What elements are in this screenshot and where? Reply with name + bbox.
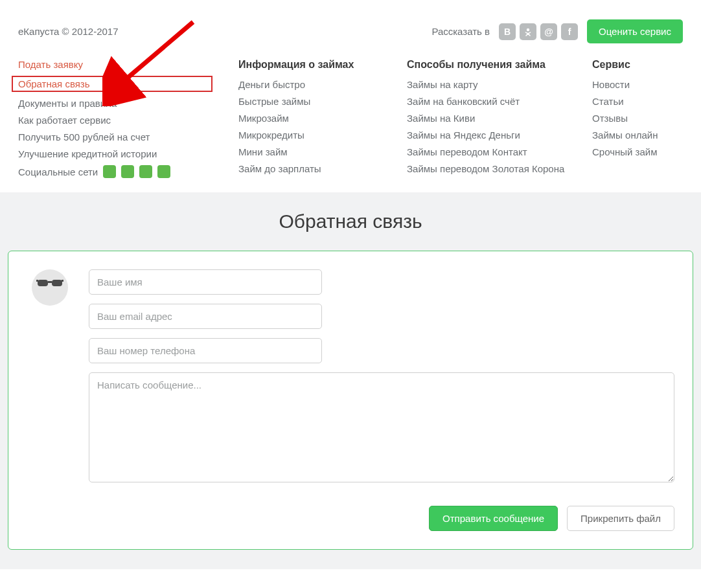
nav-feedback[interactable]: Обратная связь [12,76,213,92]
nav-get-500[interactable]: Получить 500 рублей на счет [18,131,213,142]
nav-col2-item[interactable]: Мини займ [238,146,381,157]
nav-col2-item[interactable]: Микрокредиты [238,130,381,141]
nav-col3-item[interactable]: Займы переводом Золотая Корона [407,163,566,174]
nav-col4-item[interactable]: Статьи [592,96,683,107]
copyright: еКапуста © 2012-2017 [18,26,119,37]
svg-rect-6 [62,280,63,282]
nav-col4-item[interactable]: Отзывы [592,113,683,124]
nav-col3-item[interactable]: Займы переводом Контакт [407,146,566,157]
share-icons: B @ f [499,23,578,40]
col3-heading: Способы получения займа [407,59,566,71]
rate-service-button[interactable]: Оценить сервис [587,19,683,43]
nav-how-it-works[interactable]: Как работает сервис [18,115,213,126]
nav-docs[interactable]: Документы и правила [18,98,213,109]
send-button[interactable]: Отправить сообщение [429,506,558,531]
col4-heading: Сервис [592,59,683,71]
nav-col4-item[interactable]: Срочный займ [592,146,683,157]
nav-col3-item[interactable]: Займы на карту [407,79,566,90]
svg-rect-2 [38,280,48,286]
fb-mini-icon[interactable] [121,165,134,178]
email-input[interactable] [89,304,322,329]
mail-icon[interactable]: @ [540,23,557,40]
gplus-mini-icon[interactable] [139,165,152,178]
fb-icon[interactable]: f [561,23,578,40]
nav-credit-history[interactable]: Улучшение кредитной истории [18,148,213,159]
nav-col2-item[interactable]: Займ до зарплаты [238,163,381,174]
nav-col2-item[interactable]: Микрозайм [238,113,381,124]
feedback-card: Отправить сообщение Прикрепить файл [8,251,693,550]
page-title: Обратная связь [8,210,693,232]
nav-col3-item[interactable]: Займы на Киви [407,113,566,124]
nav-col3-item[interactable]: Займы на Яндекс Деньги [407,130,566,141]
svg-rect-5 [36,280,38,282]
col2-heading: Информация о займах [238,59,381,71]
message-textarea[interactable] [89,372,674,482]
share-label: Рассказать в [431,26,490,37]
vk-icon[interactable]: B [499,23,516,40]
nav-col4-item[interactable]: Займы онлайн [592,130,683,141]
svg-point-0 [527,28,529,30]
phone-input[interactable] [89,338,322,363]
ok-icon[interactable] [520,23,536,40]
nav-col2-item[interactable]: Быстрые займы [238,96,381,107]
twitter-mini-icon[interactable] [157,165,170,178]
attach-file-button[interactable]: Прикрепить файл [567,506,674,531]
nav-col3-item[interactable]: Займ на банковский счёт [407,96,566,107]
nav-apply[interactable]: Подать заявку [18,59,213,70]
vk-mini-icon[interactable] [103,165,116,178]
avatar [32,269,68,306]
nav-socials[interactable]: Социальные сети [18,166,98,177]
svg-rect-4 [48,281,52,283]
nav-col2-item[interactable]: Деньги быстро [238,79,381,90]
name-input[interactable] [89,269,322,295]
svg-rect-3 [52,280,62,286]
nav-col4-item[interactable]: Новости [592,79,683,90]
